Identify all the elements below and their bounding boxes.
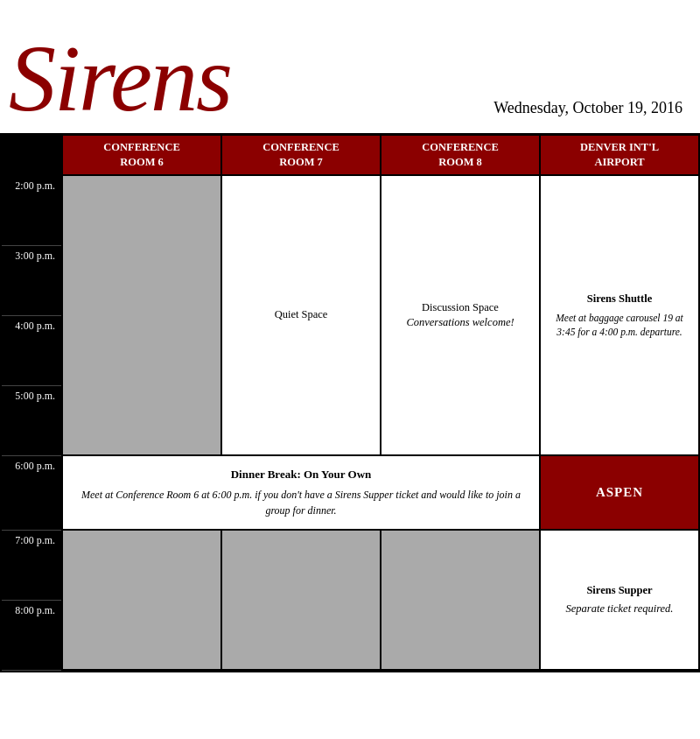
cell-2pm-room6 — [61, 176, 220, 456]
dinner-break-detail: Meet at Conference Room 6 at 6:00 p.m. i… — [70, 487, 532, 518]
col-header-airport: DENVER INT'LAIRPORT — [539, 136, 698, 176]
col-header-room6: CONFERENCEROOM 6 — [61, 136, 220, 176]
supper-detail-label: Separate ticket required. — [566, 602, 674, 617]
schedule-wrapper: CONFERENCEROOM 6 CONFERENCEROOM 7 CONFER… — [0, 136, 700, 672]
cell-7pm-room8 — [380, 531, 539, 671]
aspen-label: ASPEN — [596, 483, 643, 502]
shuttle-title-label: Sirens Shuttle — [548, 292, 691, 307]
cell-7pm-airport: Sirens Supper Separate ticket required. — [539, 531, 698, 671]
time-8pm: 8:00 p.m. — [2, 601, 61, 671]
time-2pm: 2:00 p.m. — [2, 176, 61, 246]
logo: Sirens — [9, 32, 231, 126]
cell-2pm-room7: Quiet Space — [220, 176, 380, 456]
col-header-room8: CONFERENCEROOM 8 — [380, 136, 539, 176]
cell-7pm-room6 — [61, 531, 220, 671]
cell-2pm-room8: Discussion Space Conversations welcome! — [380, 176, 539, 456]
time-6pm: 6:00 p.m. — [2, 456, 61, 531]
header: Sirens Wednesday, October 19, 2016 — [0, 0, 700, 136]
dinner-break-title: Dinner Break: On Your Own — [70, 467, 532, 482]
time-3pm: 3:00 p.m. — [2, 246, 61, 316]
cell-7pm-room7 — [220, 531, 380, 671]
shuttle-detail-label: Meet at baggage carousel 19 at 3:45 for … — [548, 311, 691, 339]
quiet-space-label: Quiet Space — [275, 307, 328, 323]
cell-6pm-rooms: Dinner Break: On Your Own Meet at Confer… — [61, 456, 539, 531]
cell-6pm-airport: ASPEN — [539, 456, 698, 531]
time-7pm: 7:00 p.m. — [2, 531, 61, 601]
schedule-grid: CONFERENCEROOM 6 CONFERENCEROOM 7 CONFER… — [2, 136, 698, 671]
date: Wednesday, October 19, 2016 — [494, 99, 682, 126]
discussion-space-label: Discussion Space — [406, 300, 514, 316]
conversations-welcome-label: Conversations welcome! — [406, 315, 514, 331]
time-4pm: 4:00 p.m. — [2, 316, 61, 386]
time-5pm: 5:00 p.m. — [2, 386, 61, 456]
cell-2pm-airport: Sirens Shuttle Meet at baggage carousel … — [539, 176, 698, 456]
time-header-empty — [2, 136, 61, 176]
col-header-room7: CONFERENCEROOM 7 — [220, 136, 380, 176]
supper-title-label: Sirens Supper — [566, 583, 674, 599]
